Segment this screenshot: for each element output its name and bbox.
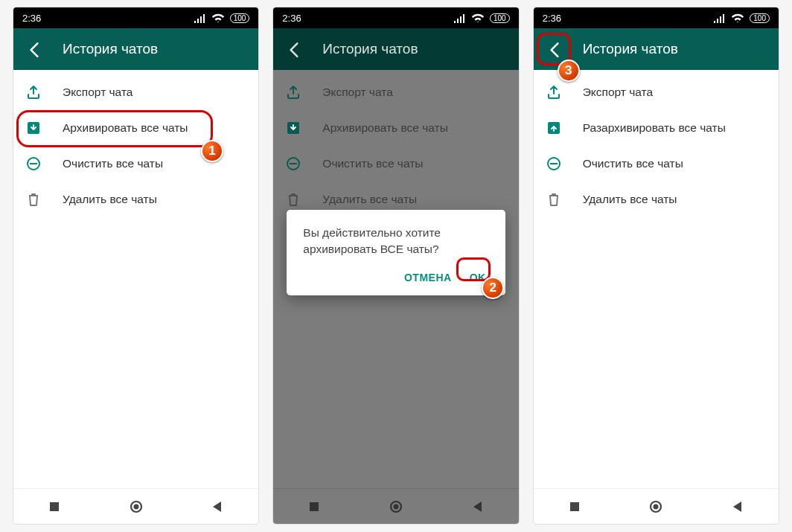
status-bar: 2:36 100 bbox=[273, 7, 518, 28]
menu-label: Удалить все чаты bbox=[63, 193, 157, 206]
app-bar: История чатов bbox=[534, 28, 779, 70]
menu-item-clear-all[interactable]: Очистить все чаты bbox=[534, 146, 779, 182]
signal-icon bbox=[712, 13, 726, 23]
nav-home-button[interactable] bbox=[374, 499, 418, 515]
wifi-icon bbox=[211, 12, 226, 24]
app-bar: История чатов bbox=[13, 28, 258, 70]
signal-icon bbox=[453, 13, 466, 23]
status-time: 2:36 bbox=[282, 13, 301, 24]
menu-label: Удалить все чаты bbox=[322, 193, 417, 206]
menu-item-clear-all[interactable]: Очистить все чаты bbox=[13, 146, 258, 182]
screen-1: 2:36 100 История чатов Экспорт чата Архи… bbox=[13, 7, 258, 524]
menu-label: Удалить все чаты bbox=[583, 193, 677, 206]
nav-triangle-icon bbox=[209, 499, 226, 515]
android-nav-bar bbox=[273, 488, 518, 524]
nav-recent-button[interactable] bbox=[292, 499, 336, 515]
nav-circle-icon bbox=[128, 499, 144, 515]
status-indicators: 100 bbox=[193, 12, 250, 24]
battery-badge: 100 bbox=[750, 13, 770, 23]
menu-item-export[interactable]: Экспорт чата bbox=[534, 74, 779, 110]
nav-home-button[interactable] bbox=[633, 499, 678, 515]
back-button[interactable] bbox=[540, 34, 569, 64]
status-indicators: 100 bbox=[453, 12, 510, 24]
content-area: Экспорт чата Разархивировать все чаты Оч… bbox=[534, 70, 779, 488]
menu-label: Очистить все чаты bbox=[322, 157, 423, 170]
status-bar: 2:36 100 bbox=[13, 7, 258, 28]
menu-label: Архивировать все чаты bbox=[322, 121, 447, 135]
page-title: История чатов bbox=[583, 41, 678, 57]
back-button[interactable] bbox=[279, 34, 309, 64]
archive-icon bbox=[285, 120, 301, 136]
confirm-dialog: Вы действительно хотите архивировать ВСЕ… bbox=[287, 210, 505, 295]
app-bar: История чатов bbox=[273, 28, 518, 70]
nav-square-icon bbox=[46, 499, 63, 515]
dialog-actions: ОТМЕНА OK bbox=[303, 258, 488, 289]
screen-3: 2:36 100 История чатов Экспорт чата Раза… bbox=[534, 7, 779, 524]
signal-icon bbox=[193, 13, 206, 23]
android-nav-bar bbox=[534, 488, 779, 524]
nav-circle-icon bbox=[388, 499, 404, 515]
nav-square-icon bbox=[306, 499, 322, 515]
dialog-message: Вы действительно хотите архивировать ВСЕ… bbox=[303, 225, 488, 258]
battery-badge: 100 bbox=[230, 13, 250, 23]
back-arrow-icon bbox=[285, 40, 303, 58]
menu-item-export: Экспорт чата bbox=[273, 74, 518, 110]
menu-item-delete-all[interactable]: Удалить все чаты bbox=[13, 182, 258, 217]
wifi-icon bbox=[470, 12, 485, 24]
export-icon bbox=[25, 84, 42, 100]
page-title: История чатов bbox=[63, 41, 158, 57]
menu-label: Очистить все чаты bbox=[583, 157, 683, 170]
nav-back-button[interactable] bbox=[195, 499, 240, 515]
status-time: 2:36 bbox=[22, 13, 41, 24]
unarchive-icon bbox=[546, 120, 562, 136]
back-arrow-icon bbox=[25, 40, 43, 58]
dialog-cancel-button[interactable]: ОТМЕНА bbox=[404, 272, 452, 283]
trash-icon bbox=[25, 191, 42, 208]
back-arrow-icon bbox=[546, 40, 563, 58]
nav-recent-button[interactable] bbox=[552, 499, 597, 515]
archive-icon bbox=[25, 120, 42, 136]
clear-icon bbox=[285, 156, 301, 172]
clear-icon bbox=[25, 156, 42, 172]
status-indicators: 100 bbox=[712, 12, 770, 24]
menu-item-delete-all[interactable]: Удалить все чаты bbox=[534, 182, 779, 217]
wifi-icon bbox=[730, 12, 745, 24]
back-button[interactable] bbox=[19, 34, 49, 64]
nav-square-icon bbox=[566, 499, 583, 515]
menu-label: Экспорт чата bbox=[322, 86, 392, 99]
menu-item-archive-all[interactable]: Архивировать все чаты bbox=[13, 110, 258, 146]
status-time: 2:36 bbox=[543, 13, 561, 24]
menu-item-clear-all: Очистить все чаты bbox=[273, 146, 518, 182]
menu-item-unarchive-all[interactable]: Разархивировать все чаты bbox=[534, 110, 779, 146]
status-bar: 2:36 100 bbox=[534, 7, 779, 28]
menu-item-export[interactable]: Экспорт чата bbox=[13, 74, 258, 110]
menu-label: Экспорт чата bbox=[63, 86, 132, 99]
menu-label: Экспорт чата bbox=[583, 86, 653, 99]
battery-badge: 100 bbox=[490, 13, 510, 23]
trash-icon bbox=[546, 191, 562, 208]
nav-home-button[interactable] bbox=[114, 499, 159, 515]
menu-label: Разархивировать все чаты bbox=[583, 121, 726, 135]
nav-back-button[interactable] bbox=[456, 499, 500, 515]
menu-item-archive-all: Архивировать все чаты bbox=[273, 110, 518, 146]
nav-back-button[interactable] bbox=[715, 499, 760, 515]
content-area: Экспорт чата Архивировать все чаты Очист… bbox=[273, 70, 518, 488]
clear-icon bbox=[546, 156, 562, 172]
trash-icon bbox=[285, 191, 301, 208]
export-icon bbox=[546, 84, 562, 100]
menu-label: Архивировать все чаты bbox=[63, 121, 188, 135]
nav-triangle-icon bbox=[470, 499, 486, 515]
nav-recent-button[interactable] bbox=[32, 499, 77, 515]
nav-circle-icon bbox=[648, 499, 664, 515]
menu-label: Очистить все чаты bbox=[63, 157, 163, 170]
content-area: Экспорт чата Архивировать все чаты Очист… bbox=[13, 70, 258, 488]
dialog-ok-button[interactable]: OK bbox=[470, 272, 486, 283]
nav-triangle-icon bbox=[729, 499, 746, 515]
android-nav-bar bbox=[13, 488, 258, 524]
page-title: История чатов bbox=[322, 41, 418, 57]
screen-2: 2:36 100 История чатов Экспорт чата Архи… bbox=[273, 7, 518, 524]
export-icon bbox=[285, 84, 301, 100]
